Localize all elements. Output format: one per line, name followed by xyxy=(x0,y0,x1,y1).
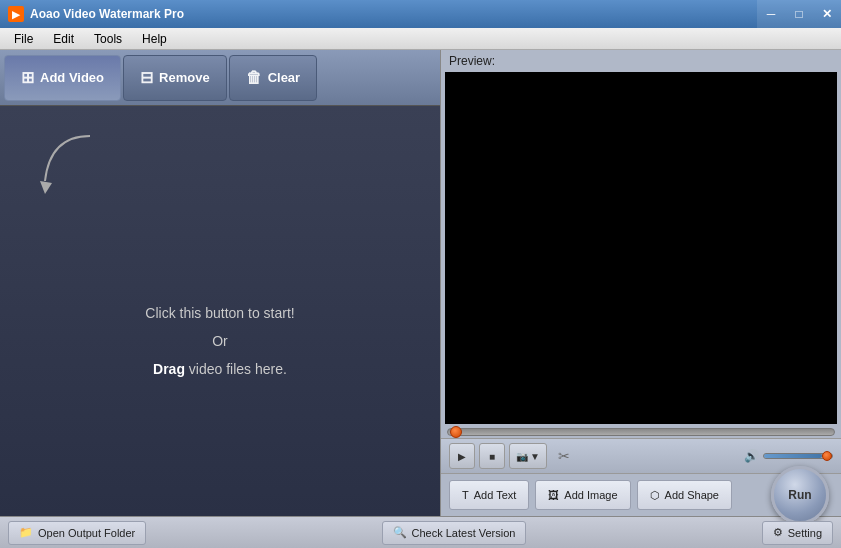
left-panel: ⊞ Add Video ⊟ Remove 🗑 Clear Click this … xyxy=(0,50,440,516)
seek-thumb[interactable] xyxy=(450,426,462,438)
status-bar: 📁 Open Output Folder 🔍 Check Latest Vers… xyxy=(0,516,841,548)
setting-label: Setting xyxy=(788,527,822,539)
clear-label: Clear xyxy=(268,70,301,85)
clear-button[interactable]: 🗑 Clear xyxy=(229,55,318,101)
svg-marker-0 xyxy=(40,181,52,194)
gear-icon: ⚙ xyxy=(773,526,783,539)
add-text-icon: T xyxy=(462,489,469,501)
menu-help[interactable]: Help xyxy=(132,30,177,48)
add-video-icon: ⊞ xyxy=(21,68,34,87)
add-image-label: Add Image xyxy=(564,489,617,501)
app-icon: ▶ xyxy=(8,6,24,22)
remove-button[interactable]: ⊟ Remove xyxy=(123,55,227,101)
volume-icon[interactable]: 🔊 xyxy=(744,449,759,463)
menu-bar: File Edit Tools Help xyxy=(0,28,841,50)
volume-area: 🔊 xyxy=(744,449,833,463)
camera-button[interactable]: 📷 ▼ xyxy=(509,443,547,469)
run-button[interactable]: Run xyxy=(771,466,829,524)
remove-icon: ⊟ xyxy=(140,68,153,87)
add-image-icon: 🖼 xyxy=(548,489,559,501)
add-shape-icon: ⬡ xyxy=(650,489,660,502)
app-title: Aoao Video Watermark Pro xyxy=(30,7,184,21)
menu-edit[interactable]: Edit xyxy=(43,30,84,48)
preview-label: Preview: xyxy=(441,50,841,72)
drop-rest-text: video files here. xyxy=(185,361,287,377)
open-output-label: Open Output Folder xyxy=(38,527,135,539)
add-text-label: Add Text xyxy=(474,489,517,501)
title-bar: ▶ Aoao Video Watermark Pro ─ □ ✕ xyxy=(0,0,841,28)
camera-dropdown-icon: ▼ xyxy=(530,451,540,462)
open-output-button[interactable]: 📁 Open Output Folder xyxy=(8,521,146,545)
seek-bar-container xyxy=(441,424,841,438)
video-preview xyxy=(445,72,837,424)
camera-icon: 📷 xyxy=(516,451,528,462)
play-button[interactable]: ▶ xyxy=(449,443,475,469)
stop-button[interactable]: ■ xyxy=(479,443,505,469)
setting-button[interactable]: ⚙ Setting xyxy=(762,521,833,545)
run-label: Run xyxy=(788,488,811,502)
volume-slider[interactable] xyxy=(763,453,833,459)
close-button[interactable]: ✕ xyxy=(813,0,841,28)
volume-thumb[interactable] xyxy=(822,451,832,461)
drop-line2: Or xyxy=(145,327,294,355)
right-panel: Preview: ▶ ■ 📷 ▼ ✂ 🔊 xyxy=(440,50,841,516)
menu-tools[interactable]: Tools xyxy=(84,30,132,48)
check-version-button[interactable]: 🔍 Check Latest Version xyxy=(382,521,527,545)
watermark-buttons: T Add Text 🖼 Add Image ⬡ Add Shape Run xyxy=(441,474,841,516)
drop-area[interactable]: Click this button to start! Or Drag vide… xyxy=(0,106,440,516)
clear-icon: 🗑 xyxy=(246,69,262,87)
menu-file[interactable]: File xyxy=(4,30,43,48)
volume-fill xyxy=(764,454,822,458)
add-shape-label: Add Shape xyxy=(665,489,719,501)
maximize-button[interactable]: □ xyxy=(785,0,813,28)
folder-icon: 📁 xyxy=(19,526,33,539)
toolbar: ⊞ Add Video ⊟ Remove 🗑 Clear xyxy=(0,50,440,106)
add-shape-button[interactable]: ⬡ Add Shape xyxy=(637,480,732,510)
drop-bold-text: Drag xyxy=(153,361,185,377)
search-icon: 🔍 xyxy=(393,526,407,539)
player-controls: ▶ ■ 📷 ▼ ✂ 🔊 xyxy=(441,438,841,474)
scissors-button[interactable]: ✂ xyxy=(551,443,577,469)
minimize-button[interactable]: ─ xyxy=(757,0,785,28)
drop-text: Click this button to start! Or Drag vide… xyxy=(145,299,294,383)
drop-line3: Drag video files here. xyxy=(145,355,294,383)
add-video-button[interactable]: ⊞ Add Video xyxy=(4,55,121,101)
main-content: ⊞ Add Video ⊟ Remove 🗑 Clear Click this … xyxy=(0,50,841,516)
arrow-curve-icon xyxy=(30,126,110,206)
add-video-label: Add Video xyxy=(40,70,104,85)
check-version-label: Check Latest Version xyxy=(412,527,516,539)
add-text-button[interactable]: T Add Text xyxy=(449,480,529,510)
window-controls: ─ □ ✕ xyxy=(757,0,841,28)
add-image-button[interactable]: 🖼 Add Image xyxy=(535,480,630,510)
seek-bar[interactable] xyxy=(447,428,835,436)
drop-line1: Click this button to start! xyxy=(145,299,294,327)
remove-label: Remove xyxy=(159,70,210,85)
